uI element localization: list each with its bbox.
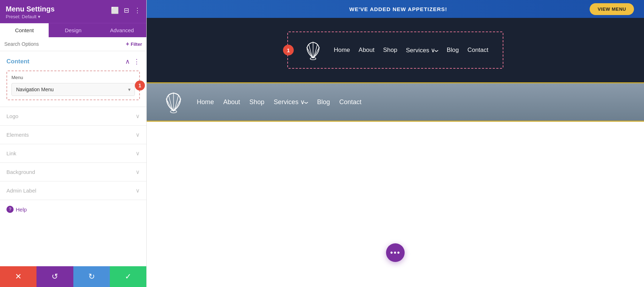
nav-item-shop[interactable]: Shop: [383, 47, 397, 54]
accordion-background[interactable]: Background ∨: [0, 162, 146, 181]
save-icon: ✓: [125, 272, 131, 281]
fab-dots-icon: •••: [390, 249, 400, 257]
gray-nav-item-about[interactable]: About: [223, 98, 240, 106]
accordion-admin-label-label: Admin Label: [6, 188, 36, 194]
panel-header: Menu Settings Preset: Default ▾ ⬜ ⊟ ⋮: [0, 0, 146, 23]
menu-dropdown-area: Menu Navigation Menu ▾ 1: [6, 70, 140, 100]
more-icon[interactable]: ⋮: [134, 6, 141, 14]
accordion-admin-label-arrow: ∨: [136, 187, 140, 194]
nav-item-services[interactable]: Services ∨: [406, 47, 438, 54]
nav-item-about[interactable]: About: [358, 47, 374, 54]
bottom-nav-links: Home About Shop Services ∨ Blog Contact: [197, 98, 361, 106]
nav-item-contact[interactable]: Contact: [467, 47, 488, 54]
accordion-elements[interactable]: Elements ∨: [0, 125, 146, 144]
gray-nav-logo: [161, 89, 186, 115]
section-controls: ∧ ⋮: [125, 58, 140, 65]
accordion-link[interactable]: Link ∨: [0, 144, 146, 162]
nav-item-blog[interactable]: Blog: [447, 47, 459, 54]
gray-nav-item-services[interactable]: Services ∨: [274, 98, 308, 106]
gray-nav-link-about[interactable]: About: [223, 98, 240, 106]
save-button[interactable]: ✓: [110, 266, 146, 287]
accordion-link-label: Link: [6, 150, 16, 156]
menu-badge: 1: [135, 81, 145, 91]
tab-advanced[interactable]: Advanced: [98, 23, 146, 37]
accordion-admin-label[interactable]: Admin Label ∨: [0, 181, 146, 200]
collapse-icon[interactable]: ⬜: [111, 6, 119, 14]
accordion-link-arrow: ∨: [136, 150, 140, 157]
panel-footer: ✕ ↺ ↻ ✓: [0, 266, 146, 287]
menu-label: Menu: [11, 75, 135, 80]
menu-select[interactable]: Navigation Menu: [11, 83, 135, 96]
redo-button[interactable]: ↻: [73, 266, 110, 287]
nav-link-home[interactable]: Home: [334, 47, 350, 53]
tab-content[interactable]: Content: [0, 23, 49, 37]
nav-link-about[interactable]: About: [358, 47, 374, 53]
gray-nav-item-blog[interactable]: Blog: [317, 98, 330, 106]
menu-select-wrapper: Navigation Menu ▾: [11, 83, 135, 96]
help-icon: ?: [6, 206, 14, 213]
section-menu-icon[interactable]: ⋮: [133, 58, 140, 65]
filter-label: Filter: [131, 42, 142, 47]
settings-panel: Menu Settings Preset: Default ▾ ⬜ ⊟ ⋮ Co…: [0, 0, 147, 287]
panel-title-area: Menu Settings Preset: Default ▾: [6, 5, 55, 19]
fab-button[interactable]: •••: [386, 243, 405, 262]
content-section-header: Content ∧ ⋮: [0, 51, 146, 70]
nav-selected-box: 1 Home About Shop Services ∨ Blog: [287, 31, 503, 69]
gray-nav-link-services[interactable]: Services ∨: [274, 98, 308, 106]
close-icon: ✕: [15, 272, 21, 281]
nav-link-contact[interactable]: Contact: [467, 47, 488, 53]
gray-nav-item-home[interactable]: Home: [197, 98, 214, 106]
announcement-bar: WE'VE ADDED NEW APPETIZERS! VIEW MENU: [147, 0, 644, 18]
close-button[interactable]: ✕: [0, 266, 36, 287]
gray-nav-item-contact[interactable]: Contact: [339, 98, 361, 106]
help-label: ? Help: [6, 206, 27, 213]
announcement-text: WE'VE ADDED NEW APPETIZERS!: [207, 6, 590, 12]
accordion-elements-arrow: ∨: [136, 131, 140, 138]
accordion-elements-label: Elements: [6, 132, 29, 138]
white-content-area: [147, 122, 644, 287]
grid-icon[interactable]: ⊟: [124, 6, 129, 14]
accordion-logo[interactable]: Logo ∨: [0, 107, 146, 125]
view-menu-button[interactable]: VIEW MENU: [590, 3, 634, 15]
panel-tabs: Content Design Advanced: [0, 23, 146, 37]
collapse-section-icon[interactable]: ∧: [125, 58, 130, 65]
help-text: Help: [16, 206, 27, 213]
tab-design[interactable]: Design: [49, 23, 97, 37]
accordion-background-label: Background: [6, 169, 35, 175]
nav-logo: [302, 39, 324, 61]
preview-panel: WE'VE ADDED NEW APPETIZERS! VIEW MENU 1 …: [147, 0, 644, 287]
gray-nav-link-contact[interactable]: Contact: [339, 98, 361, 106]
search-input[interactable]: [4, 41, 123, 47]
nav-link-services[interactable]: Services ∨: [406, 47, 438, 54]
nav-badge: 1: [283, 45, 294, 55]
filter-button[interactable]: + Filter: [126, 41, 142, 47]
nav-link-blog[interactable]: Blog: [447, 47, 459, 53]
undo-icon: ↺: [52, 272, 58, 281]
content-section-title: Content: [6, 58, 29, 65]
gray-nav-bar: Home About Shop Services ∨ Blog Contact: [147, 82, 644, 122]
filter-plus-icon: +: [126, 41, 129, 47]
nav-link-shop[interactable]: Shop: [383, 47, 397, 53]
panel-preset[interactable]: Preset: Default ▾: [6, 14, 55, 19]
accordion-background-arrow: ∨: [136, 169, 140, 175]
top-nav-links: Home About Shop Services ∨ Blog Contact: [334, 47, 488, 54]
undo-button[interactable]: ↺: [36, 266, 73, 287]
gray-nav-link-home[interactable]: Home: [197, 98, 214, 106]
nav-item-home[interactable]: Home: [334, 47, 350, 54]
panel-title: Menu Settings: [6, 5, 55, 13]
panel-header-icons: ⬜ ⊟ ⋮: [111, 6, 141, 14]
accordion-help[interactable]: ? Help: [0, 200, 146, 238]
panel-body: Content ∧ ⋮ Menu Navigation Menu ▾ 1 Log…: [0, 51, 146, 287]
gray-nav-link-blog[interactable]: Blog: [317, 98, 330, 106]
accordion-logo-arrow: ∨: [136, 113, 140, 120]
redo-icon: ↻: [88, 272, 95, 281]
dark-nav-bar: 1 Home About Shop Services ∨ Blog: [147, 18, 644, 82]
accordion-logo-label: Logo: [6, 113, 18, 119]
search-bar: + Filter: [0, 37, 146, 51]
gray-nav-link-shop[interactable]: Shop: [249, 98, 264, 106]
gray-nav-item-shop[interactable]: Shop: [249, 98, 264, 106]
